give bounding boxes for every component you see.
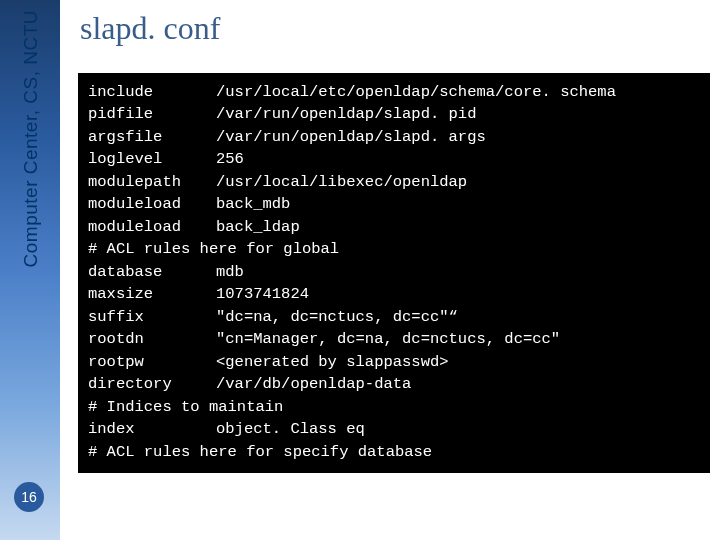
slide-title: slapd. conf — [80, 10, 720, 47]
config-row: directory/var/db/openldap-data — [88, 373, 700, 395]
config-comment: # ACL rules here for global — [88, 238, 700, 260]
config-code-block: include/usr/local/etc/openldap/schema/co… — [78, 73, 710, 473]
config-row: moduleloadback_mdb — [88, 193, 700, 215]
config-row: rootpw<generated by slappasswd> — [88, 351, 700, 373]
main-content: slapd. conf include/usr/local/etc/openld… — [60, 0, 720, 540]
config-row: pidfile/var/run/openldap/slapd. pid — [88, 103, 700, 125]
config-comment: # ACL rules here for specify database — [88, 441, 700, 463]
page-number-badge: 16 — [14, 482, 44, 512]
sidebar-label: Computer Center, CS, NCTU — [20, 10, 42, 267]
config-row: modulepath/usr/local/libexec/openldap — [88, 171, 700, 193]
config-row: moduleloadback_ldap — [88, 216, 700, 238]
config-row: include/usr/local/etc/openldap/schema/co… — [88, 81, 700, 103]
config-row: argsfile/var/run/openldap/slapd. args — [88, 126, 700, 148]
config-row: rootdn"cn=Manager, dc=na, dc=nctucs, dc=… — [88, 328, 700, 350]
sidebar: Computer Center, CS, NCTU 16 — [0, 0, 60, 540]
config-row: indexobject. Class eq — [88, 418, 700, 440]
config-row: databasemdb — [88, 261, 700, 283]
config-comment: # Indices to maintain — [88, 396, 700, 418]
config-row: loglevel256 — [88, 148, 700, 170]
config-row: maxsize1073741824 — [88, 283, 700, 305]
config-row: suffix"dc=na, dc=nctucs, dc=cc"“ — [88, 306, 700, 328]
